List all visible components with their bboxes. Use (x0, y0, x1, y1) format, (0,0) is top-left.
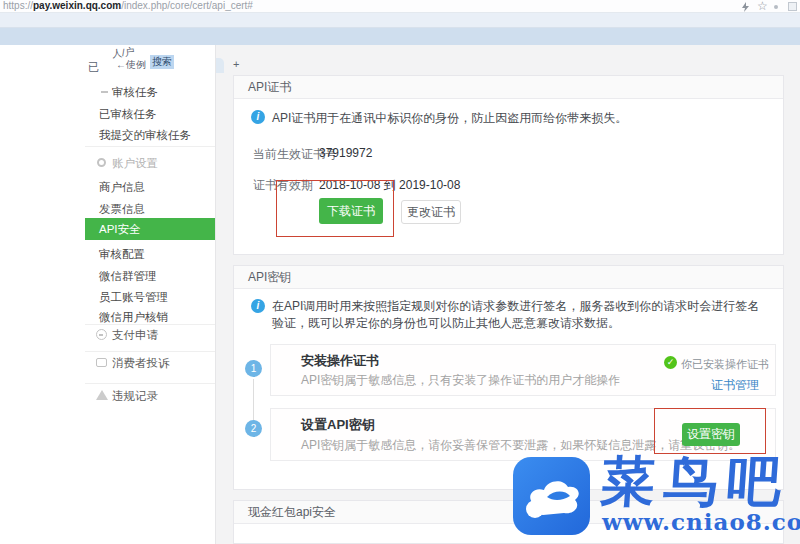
url-path: /index.php/core/cert/api_cert# (121, 0, 253, 11)
ghost-text-fragment: 已 (88, 60, 99, 75)
step-1-card: 安装操作证书 API密钥属于敏感信息，只有安装了操作证书的用户才能操作 ✓ 你已… (270, 344, 776, 396)
cniao8-logo (513, 457, 590, 535)
divider (85, 146, 215, 147)
check-icon: ✓ (664, 356, 677, 369)
sidebar-item-consumer-complaints[interactable]: 消费者投诉 (112, 356, 170, 371)
divider (85, 383, 215, 384)
step-2-title: 设置API密钥 (301, 416, 375, 434)
step-1-badge: 1 (245, 360, 262, 377)
gear-icon (97, 158, 106, 167)
sidebar-item-my-submitted-tasks[interactable]: 我提交的审核任务 (99, 128, 191, 143)
sidebar-item-review-config[interactable]: 审核配置 (99, 247, 145, 262)
page-url[interactable]: https://pay.weixin.qq.com/index.php/core… (3, 0, 253, 11)
sidebar-item-staff-account-mgmt[interactable]: 员工账号管理 (99, 290, 168, 305)
sidebar-item-review-tasks[interactable]: 审核任务 (112, 85, 158, 100)
ghost-text-fragment: ←使例 (116, 58, 146, 72)
divider (85, 324, 215, 325)
divider (85, 351, 215, 352)
api-cert-panel: API证书 i API证书用于在通讯中标识你的身份，防止因盗用而给你带来损失。 … (233, 75, 784, 255)
sidebar: 人/户 已 ←使例 搜索 审核任务 已审核任务 我提交的审核任务 账户设置 商户… (0, 45, 216, 544)
set-api-key-button[interactable]: 设置密钥 (682, 423, 740, 446)
dove-icon (513, 457, 590, 535)
bookmarks-bar: 服务中心 小说大全 数淘宝 淘宝常品列 (0, 13, 800, 28)
url-domain: pay.weixin.qq.com (33, 0, 121, 11)
list-bullet-icon (101, 91, 108, 93)
address-bar[interactable]: https://pay.weixin.qq.com/index.php/core… (0, 0, 800, 13)
chat-bubble-icon (96, 358, 107, 367)
warning-triangle-icon (96, 390, 108, 400)
step-1-title: 安装操作证书 (301, 352, 379, 370)
panel-edge-icon (788, 2, 797, 11)
payment-icon (96, 329, 107, 340)
sidebar-item-merchant-info[interactable]: 商户信息 (99, 180, 145, 195)
watermark-site: www.cniao8.com (602, 508, 800, 535)
bookmark-star-icon[interactable]: ☆ (757, 0, 768, 13)
sidebar-item-wechat-group-mgmt[interactable]: 微信群管理 (99, 269, 157, 284)
cert-info-text: API证书用于在通讯中标识你的身份，防止因盗用而给你带来损失。 (272, 110, 627, 127)
menu-dot-icon[interactable] (774, 5, 778, 9)
cert-number-value: 37919972 (319, 146, 372, 160)
sidebar-item-reviewed-tasks[interactable]: 已审核任务 (99, 107, 157, 122)
download-cert-button[interactable]: 下载证书 (319, 198, 383, 224)
new-tab-icon[interactable]: + (233, 58, 239, 70)
url-scheme: https:// (3, 0, 33, 11)
step-connector-line (253, 379, 254, 420)
key-info-text: 在API调用时用来按照指定规则对你的请求参数进行签名，服务器收到你的请求时会进行… (272, 298, 768, 332)
step-1-desc: API密钥属于敏感信息，只有安装了操作证书的用户才能操作 (301, 372, 620, 389)
cert-validity-label: 证书有效期 (253, 177, 313, 194)
extension-flash-icon[interactable] (741, 2, 750, 12)
api-key-panel-title: API密钥 (234, 266, 783, 289)
api-cert-panel-title: API证书 (234, 76, 783, 99)
cert-validity-value: 2018-10-08 到 2019-10-08 (319, 177, 460, 194)
tab-strip: API安全 - 微信商户平台 × 网址大全 × + (0, 28, 800, 45)
info-icon: i (251, 299, 265, 313)
change-cert-button[interactable]: 更改证书 (401, 200, 461, 224)
cert-manage-link[interactable]: 证书管理 (711, 377, 759, 394)
sidebar-item-api-security-selected[interactable]: API安全 (85, 218, 215, 240)
sidebar-item-wechat-user-verify[interactable]: 微信用户核销 (99, 310, 168, 325)
info-icon: i (251, 110, 265, 124)
sidebar-item-violation-records[interactable]: 违规记录 (112, 389, 158, 404)
screenshot-root: https://pay.weixin.qq.com/index.php/core… (0, 0, 800, 544)
sidebar-item-invoice-info[interactable]: 发票信息 (99, 202, 145, 217)
step-2-badge: 2 (245, 420, 262, 437)
cert-installed-status: 你已安装操作证书 (681, 357, 769, 372)
ghost-highlight-fragment: 搜索 (150, 55, 174, 69)
sidebar-section-account-settings: 账户设置 (112, 156, 158, 171)
sidebar-item-payment-application[interactable]: 支付申请 (112, 328, 158, 343)
